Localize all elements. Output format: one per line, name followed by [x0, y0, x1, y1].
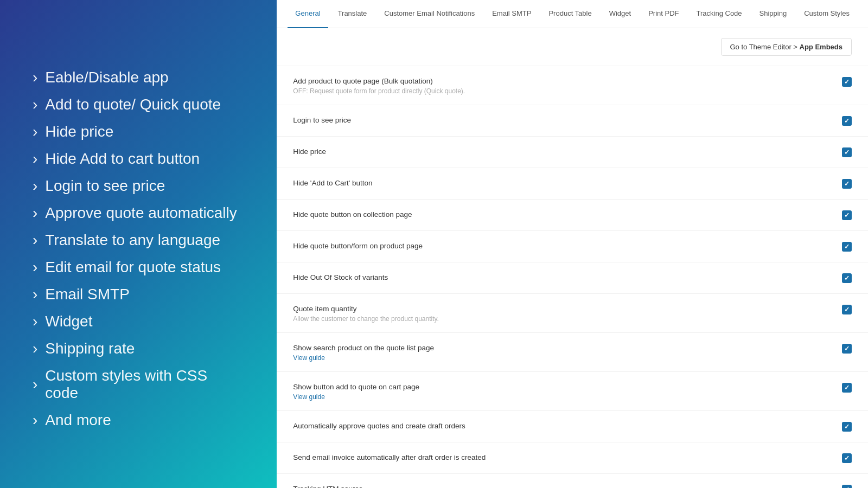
checkbox-hide_quote_button_collection[interactable] [842, 210, 852, 220]
control-auto_approve_quotes [842, 421, 852, 432]
control-hide_quote_button_collection [842, 209, 852, 220]
label-hide_quote_button_product: Hide quote button/form on product page [293, 241, 842, 250]
tab-translate[interactable]: Translate [330, 0, 375, 28]
control-add_product_to_quote [842, 76, 852, 87]
tab-print-pdf[interactable]: Print PDF [641, 0, 686, 28]
label-login_to_see_price: Login to see price [293, 115, 842, 124]
control-show_search_product [842, 343, 852, 354]
sublabel-quote_item_quantity: Allow the customer to change the product… [293, 315, 842, 323]
label-auto_approve_quotes: Automatically approve quotes and create … [293, 421, 842, 430]
checkbox-show_button_add_to_quote_cart[interactable] [842, 383, 852, 393]
control-hide_price [842, 146, 852, 157]
feature-item: Widget [33, 313, 244, 330]
settings-row-add_product_to_quote: Add product to quote page (Bulk quotatio… [277, 66, 868, 105]
checkbox-tracking_utm_source[interactable] [842, 485, 852, 488]
label-hide_price: Hide price [293, 146, 842, 156]
settings-row-show_button_add_to_quote_cart: Show button add to quote on cart pageVie… [277, 372, 868, 411]
label-group-show_button_add_to_quote_cart: Show button add to quote on cart pageVie… [293, 382, 842, 401]
label-group-auto_approve_quotes: Automatically approve quotes and create … [293, 421, 842, 430]
label-group-show_search_product: Show search product on the quote list pa… [293, 343, 842, 362]
checkbox-hide_price[interactable] [842, 147, 852, 157]
tab-general[interactable]: General [288, 0, 328, 28]
tab-customer-email-notifications[interactable]: Customer Email Notifications [376, 0, 482, 28]
control-send_email_invoice [842, 452, 852, 463]
settings-row-show_search_product: Show search product on the quote list pa… [277, 333, 868, 372]
settings-row-hide_price: Hide price [277, 137, 868, 168]
settings-row-login_to_see_price: Login to see price [277, 105, 868, 137]
sublabel-add_product_to_quote: OFF: Request quote form for product dire… [293, 87, 842, 95]
feature-item: Email SMTP [33, 286, 244, 303]
label-show_search_product: Show search product on the quote list pa… [293, 343, 842, 352]
control-hide_quote_button_product [842, 241, 852, 252]
settings-row-tracking_utm_source: Tracking UTM source [277, 474, 868, 488]
control-tracking_utm_source [842, 484, 852, 488]
label-group-hide_out_of_stock: Hide Out Of Stock of variants [293, 272, 842, 281]
feature-item: Edit email for quote status [33, 259, 244, 276]
control-login_to_see_price [842, 115, 852, 126]
label-tracking_utm_source: Tracking UTM source [293, 484, 842, 488]
tab-email-smtp[interactable]: Email SMTP [484, 0, 539, 28]
label-hide_quote_button_collection: Hide quote button on collection page [293, 209, 842, 219]
enable-app-row: Go to Theme Editor > App Embeds [277, 28, 868, 66]
settings-row-hide_out_of_stock: Hide Out Of Stock of variants [277, 262, 868, 294]
feature-list: Eable/Disable appAdd to quote/ Quick quo… [33, 69, 244, 439]
tab-widget[interactable]: Widget [602, 0, 639, 28]
tab-shipping[interactable]: Shipping [752, 0, 795, 28]
feature-item: Hide price [33, 123, 244, 140]
left-panel: Eable/Disable appAdd to quote/ Quick quo… [0, 0, 277, 488]
feature-item: Custom styles with CSS code [33, 367, 244, 402]
label-group-quote_item_quantity: Quote item quantityAllow the customer to… [293, 304, 842, 323]
label-group-tracking_utm_source: Tracking UTM source [293, 484, 842, 488]
label-group-hide_quote_button_collection: Hide quote button on collection page [293, 209, 842, 219]
label-show_button_add_to_quote_cart: Show button add to quote on cart page [293, 382, 842, 391]
feature-item: Translate to any language [33, 232, 244, 249]
checkbox-show_search_product[interactable] [842, 344, 852, 354]
tab-product-table[interactable]: Product Table [541, 0, 599, 28]
label-group-hide_quote_button_product: Hide quote button/form on product page [293, 241, 842, 250]
settings-row-send_email_invoice: Send email invoice automatically after d… [277, 442, 868, 474]
label-hide_add_to_cart: Hide 'Add to Cart' button [293, 178, 842, 187]
feature-item: And more [33, 412, 244, 429]
settings-row-hide_quote_button_product: Hide quote button/form on product page [277, 231, 868, 262]
tab-navigation: GeneralTranslateCustomer Email Notificat… [277, 0, 868, 28]
control-hide_out_of_stock [842, 272, 852, 283]
checkbox-login_to_see_price[interactable] [842, 116, 852, 126]
control-hide_add_to_cart [842, 178, 852, 189]
feature-item: Hide Add to cart button [33, 150, 244, 168]
checkbox-hide_quote_button_product[interactable] [842, 242, 852, 252]
tab-custom-styles[interactable]: Custom Styles [796, 0, 857, 28]
link-show_button_add_to_quote_cart[interactable]: View guide [293, 393, 842, 401]
label-group-add_product_to_quote: Add product to quote page (Bulk quotatio… [293, 76, 842, 95]
label-quote_item_quantity: Quote item quantity [293, 304, 842, 313]
label-hide_out_of_stock: Hide Out Of Stock of variants [293, 272, 842, 281]
label-group-hide_price: Hide price [293, 146, 842, 156]
label-send_email_invoice: Send email invoice automatically after d… [293, 452, 842, 461]
checkbox-quote_item_quantity[interactable] [842, 305, 852, 314]
feature-item: Login to see price [33, 177, 244, 195]
settings-row-auto_approve_quotes: Automatically approve quotes and create … [277, 411, 868, 442]
label-add_product_to_quote: Add product to quote page (Bulk quotatio… [293, 76, 842, 85]
feature-item: Shipping rate [33, 340, 244, 357]
checkbox-auto_approve_quotes[interactable] [842, 422, 852, 432]
label-group-login_to_see_price: Login to see price [293, 115, 842, 124]
link-show_search_product[interactable]: View guide [293, 354, 842, 362]
feature-item: Add to quote/ Quick quote [33, 96, 244, 113]
right-panel: GeneralTranslateCustomer Email Notificat… [277, 0, 868, 488]
feature-item: Eable/Disable app [33, 69, 244, 86]
control-quote_item_quantity [842, 304, 852, 314]
settings-row-quote_item_quantity: Quote item quantityAllow the customer to… [277, 294, 868, 333]
settings-row-hide_quote_button_collection: Hide quote button on collection page [277, 200, 868, 231]
checkbox-send_email_invoice[interactable] [842, 453, 852, 463]
label-group-send_email_invoice: Send email invoice automatically after d… [293, 452, 842, 461]
settings-row-hide_add_to_cart: Hide 'Add to Cart' button [277, 168, 868, 200]
settings-rows: Add product to quote page (Bulk quotatio… [277, 66, 868, 488]
label-group-hide_add_to_cart: Hide 'Add to Cart' button [293, 178, 842, 187]
control-show_button_add_to_quote_cart [842, 382, 852, 393]
theme-editor-button[interactable]: Go to Theme Editor > App Embeds [721, 38, 852, 56]
checkbox-add_product_to_quote[interactable] [842, 77, 852, 87]
feature-item: Approve quote automatically [33, 204, 244, 222]
tab-tracking-code[interactable]: Tracking Code [689, 0, 750, 28]
checkbox-hide_add_to_cart[interactable] [842, 179, 852, 189]
settings-content: Go to Theme Editor > App Embeds Add prod… [277, 28, 868, 488]
checkbox-hide_out_of_stock[interactable] [842, 273, 852, 283]
